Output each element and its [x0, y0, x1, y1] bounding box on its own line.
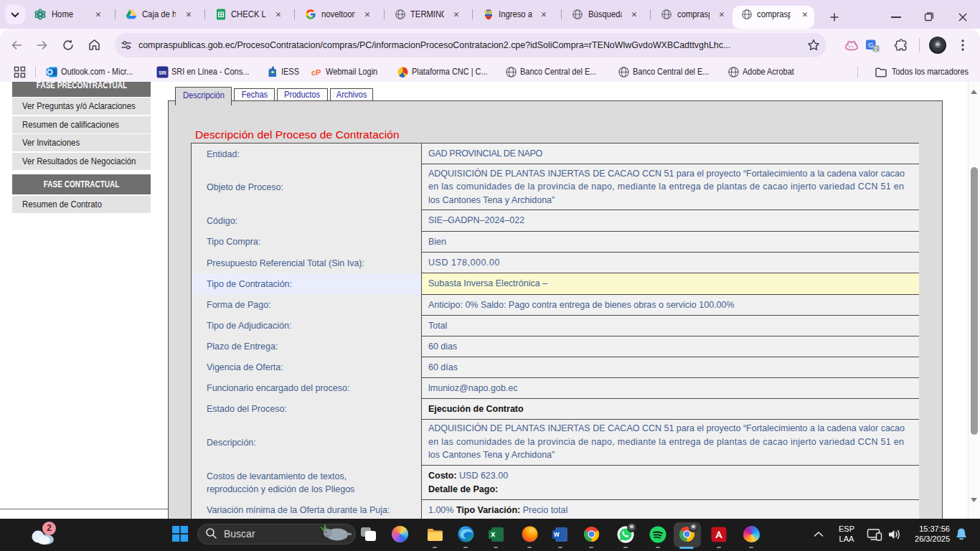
svg-text:文: 文: [873, 46, 879, 52]
svg-text:SRI: SRI: [159, 70, 166, 75]
svg-text:cP: cP: [311, 68, 321, 77]
